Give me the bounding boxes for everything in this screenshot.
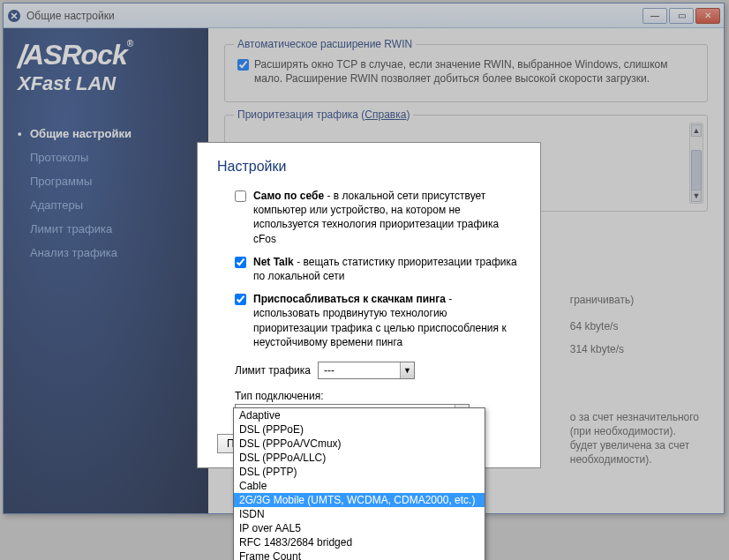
app-icon [7,9,21,23]
logo-product: XFast LAN [18,72,194,95]
dropdown-option[interactable]: 2G/3G Mobile (UMTS, WCDMA, CDMA2000, etc… [234,493,485,507]
nav-general-settings[interactable]: Общие настройки [18,122,194,146]
bg-text-fragments: граничивать) 64 kbyte/s 314 kbyte/s о за… [570,293,699,467]
maximize-button[interactable]: ▭ [669,8,694,24]
traffic-limit-row: Лимит трафика --- ▼ [235,362,521,379]
scroll-thumb[interactable] [691,150,702,194]
logo-area: /ASRock® XFast LAN [18,39,194,95]
nav-programs[interactable]: Программы [18,169,194,193]
dropdown-option[interactable]: Frame Count [234,549,485,560]
prio-help-link[interactable]: Справка [364,108,406,121]
window-controls: — ▭ ✕ [643,8,720,24]
dropdown-option[interactable]: DSL (PPPoA/LLC) [234,451,485,465]
rwin-check-row: Расширять окно TCP в случае, если значен… [237,57,695,86]
dropdown-option[interactable]: DSL (PPPoE) [234,422,485,437]
nav-traffic-analysis[interactable]: Анализ трафика [18,241,194,265]
traffic-limit-label: Лимит трафика [235,364,311,377]
dropdown-option[interactable]: RFC 1483/2684 bridged [234,535,485,549]
window-title: Общие настройки [26,10,643,22]
nav-protocols[interactable]: Протоколы [18,146,194,169]
logo-brand: /ASRock® [18,39,194,76]
nav-adapters[interactable]: Адаптеры [18,193,194,217]
conn-type-dropdown[interactable]: AdaptiveDSL (PPPoE)DSL (PPPoA/VCmux)DSL … [233,407,485,560]
rwin-check-label: Расширять окно TCP в случае, если значен… [254,57,695,86]
dropdown-option[interactable]: ISDN [234,507,485,521]
rwin-fieldset: Автоматическое расширение RWIN Расширять… [224,44,708,102]
dropdown-option[interactable]: Adaptive [234,408,485,422]
close-button[interactable]: ✕ [695,8,720,24]
titlebar[interactable]: Общие настройки — ▭ ✕ [4,4,724,28]
nav-traffic-limit[interactable]: Лимит трафика [18,217,194,241]
dlg-opt-ping-adapt: Приспосабливаться к скачкам пинга - испо… [235,292,521,349]
dropdown-option[interactable]: DSL (PPPoA/VCmux) [234,437,485,451]
rwin-checkbox[interactable] [237,59,249,71]
traffic-limit-select[interactable]: --- ▼ [318,362,415,379]
scroll-up-icon[interactable]: ▲ [691,124,702,137]
prio-legend: Приоритезация трафика (Справка) [234,108,413,121]
conn-type-label: Тип подключения: [235,390,521,402]
rwin-legend: Автоматическое расширение RWIN [234,38,416,50]
nettalk-checkbox[interactable] [235,257,246,268]
dropdown-option[interactable]: DSL (PPTP) [234,465,485,479]
ping-adapt-checkbox[interactable] [235,294,246,305]
dropdown-option[interactable]: Cable [234,479,485,493]
sidebar: /ASRock® XFast LAN Общие настройки Прото… [4,28,208,513]
prio-scrollbar[interactable]: ▲ ▼ [689,123,703,204]
dialog-title: Настройки [217,159,521,175]
chevron-down-icon: ▼ [400,362,414,378]
dlg-opt-standalone: Само по себе - в локальной сети присутст… [235,189,521,246]
dlg-opt-nettalk: Net Talk - вещать статистику приоритезац… [235,255,521,283]
scroll-down-icon[interactable]: ▼ [691,190,702,202]
standalone-checkbox[interactable] [235,190,246,202]
minimize-button[interactable]: — [643,8,667,24]
dropdown-option[interactable]: IP over AAL5 [234,521,485,535]
